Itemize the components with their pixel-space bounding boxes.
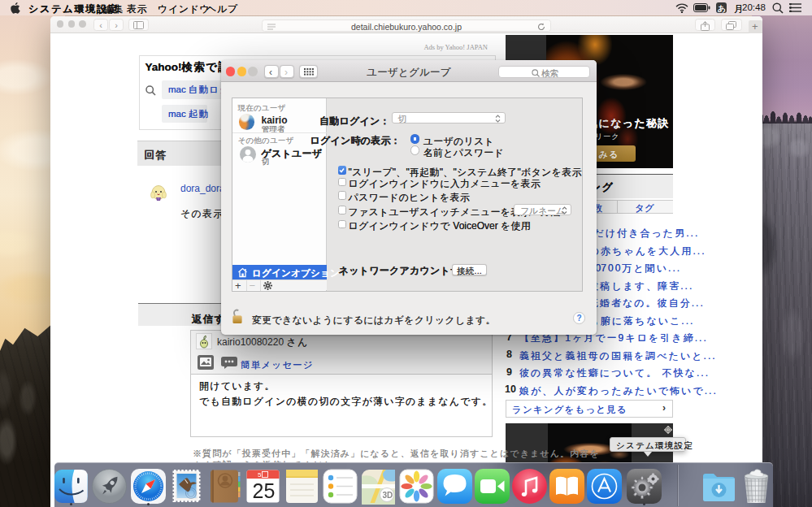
svg-text:5: 5 xyxy=(258,471,262,479)
svg-text:3D: 3D xyxy=(382,491,393,500)
svg-text:25: 25 xyxy=(253,479,276,502)
